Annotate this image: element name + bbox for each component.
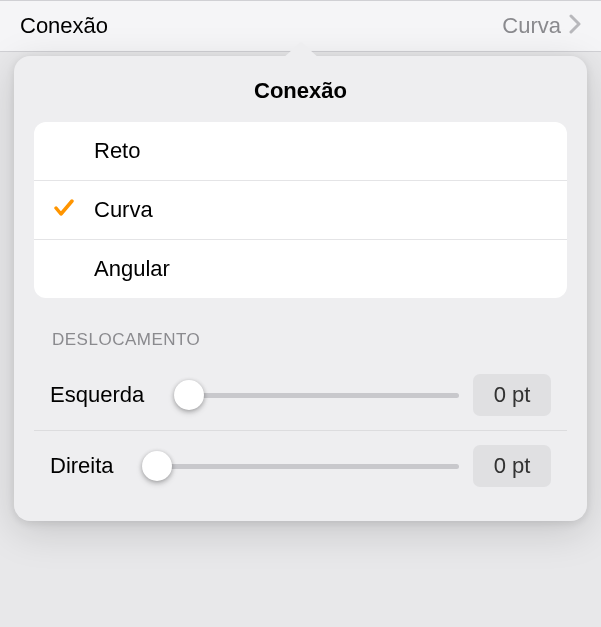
popover-title: Conexão [14,56,587,122]
option-label: Curva [94,197,153,223]
checkmark-icon [54,199,74,221]
parent-value: Curva [502,13,561,39]
slider-thumb-icon[interactable] [142,451,172,481]
chevron-right-icon [569,14,581,38]
slider-thumb-icon[interactable] [174,380,204,410]
option-label: Reto [94,138,140,164]
option-reto[interactable]: Reto [34,122,567,181]
offset-section-header: Deslocamento [52,330,549,350]
parent-value-group: Curva [502,13,581,39]
offset-right-row: Direita 0 pt [34,431,567,501]
slider-track-bg [174,393,459,398]
offset-left-row: Esquerda 0 pt [34,360,567,431]
option-label: Angular [94,256,170,282]
offset-right-value[interactable]: 0 pt [473,445,551,487]
parent-label: Conexão [20,13,108,39]
offset-left-label: Esquerda [50,382,160,408]
slider-track-bg [142,464,459,469]
option-curva[interactable]: Curva [34,181,567,240]
option-angular[interactable]: Angular [34,240,567,298]
connection-popover: Conexão Reto Curva Angular Deslocamento [14,56,587,521]
popover-arrow-icon [283,42,319,58]
offset-left-value[interactable]: 0 pt [473,374,551,416]
offset-right-label: Direita [50,453,128,479]
offset-left-slider[interactable] [174,380,459,410]
connection-option-list: Reto Curva Angular [34,122,567,298]
offset-right-slider[interactable] [142,451,459,481]
offset-slider-section: Esquerda 0 pt Direita 0 pt [34,360,567,501]
check-column [54,199,94,221]
